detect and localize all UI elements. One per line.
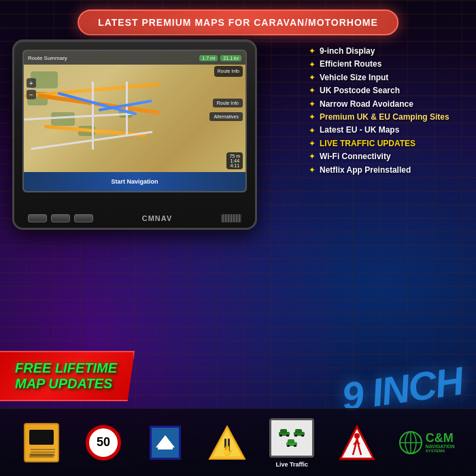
gps-speaker xyxy=(221,214,241,222)
gps-menu-icon xyxy=(21,422,62,463)
pedestrian-icon xyxy=(337,422,377,463)
zoom-controls[interactable]: + − xyxy=(27,78,36,101)
speed-value: 50 xyxy=(97,435,110,449)
car-icon xyxy=(278,428,290,437)
distance-display: 75 m xyxy=(229,154,240,158)
device-lines xyxy=(31,449,55,450)
tent-icon xyxy=(156,435,175,447)
features-list: ✦ 9-inch Display ✦ Efficient Routes ✦ Ve… xyxy=(309,46,465,178)
speed-time-box: 75 m 1:44 4:11 xyxy=(226,152,243,169)
feature-label: Efficient Routes xyxy=(320,59,381,69)
distance-badge2: 21.1 kv xyxy=(220,55,241,61)
gps-button-center[interactable] xyxy=(51,214,70,222)
star-icon: ✦ xyxy=(309,165,316,175)
star-icon: ✦ xyxy=(309,152,316,161)
feature-item: ✦ LIVE TRAFFIC UPDATES xyxy=(309,139,465,148)
cm-brand-text: C&M xyxy=(426,432,455,444)
device-bar xyxy=(29,454,54,458)
feature-label-highlight: Premium UK & EU Camping Sites xyxy=(320,112,449,122)
feature-item: ✦ Narrow Road Avoidance xyxy=(309,99,465,109)
feature-label: Narrow Road Avoidance xyxy=(320,99,413,109)
narrow-road-icon-item: ✋ xyxy=(207,422,248,463)
star-icon: ✦ xyxy=(309,99,316,109)
car-icon xyxy=(286,439,298,447)
star-icon: ✦ xyxy=(309,126,316,135)
device-icon-shape xyxy=(24,423,59,462)
cm-sub-text2: SYSTEMS xyxy=(426,449,455,453)
feature-label: Wi-Fi Connectivity xyxy=(320,152,391,161)
star-icon: ✦ xyxy=(309,46,316,56)
star-icon: ✦ xyxy=(309,73,316,82)
feature-item: ✦ Netflix App Preinstalled xyxy=(309,165,465,175)
lifetime-text: Free LifetimeMap Updates xyxy=(15,360,117,392)
traffic-sign-box xyxy=(269,418,314,458)
gps-device: Route Summary 1.7 mi 21.1 kv + − Route I… xyxy=(12,39,257,230)
map-header: Route Summary 1.7 mi 21.1 kv xyxy=(24,51,245,65)
gps-bottom-row: CMNAV xyxy=(14,214,255,222)
feature-label-live: LIVE TRAFFIC UPDATES xyxy=(320,139,415,148)
cm-text-block: C&M NAVIGATION SYSTEMS xyxy=(426,432,455,453)
globe-icon xyxy=(398,430,423,455)
camping-icon xyxy=(145,422,186,463)
gps-menu-icon-item xyxy=(21,422,62,463)
speed-limit-icon: 50 xyxy=(83,422,124,463)
live-traffic-icon xyxy=(268,418,316,458)
pedestrian-icon-item xyxy=(337,422,377,463)
feature-item: ✦ Premium UK & EU Camping Sites xyxy=(309,112,465,122)
gps-nav-buttons xyxy=(28,214,93,222)
map-header-text: Route Summary xyxy=(28,55,197,61)
zoom-in-button[interactable]: + xyxy=(27,78,36,88)
cm-nav-icon-item: C&M NAVIGATION SYSTEMS xyxy=(398,430,455,455)
speed-circle: 50 xyxy=(86,425,121,460)
star-icon: ✦ xyxy=(309,112,316,122)
pedestrian-warning-svg xyxy=(338,424,376,462)
traffic-car-row-bottom xyxy=(286,439,298,447)
start-nav-bar[interactable]: Start Navigation xyxy=(24,172,245,191)
time-display2: 4:11 xyxy=(229,163,240,168)
route-info-panel: Route Info xyxy=(214,66,243,77)
car-icon xyxy=(293,428,305,437)
feature-label: Netflix App Preinstalled xyxy=(320,165,411,175)
star-icon: ✦ xyxy=(309,139,316,148)
feature-label: UK Postcode Search xyxy=(320,86,400,95)
feature-item: ✦ Vehicle Size Input xyxy=(309,73,465,82)
traffic-car-row-top xyxy=(278,428,305,437)
top-banner: LATEST PREMIUM MAPS FOR CARAVAN/MOTORHOM… xyxy=(78,10,398,35)
map-road-v xyxy=(92,82,94,150)
zoom-out-button[interactable]: − xyxy=(27,90,36,99)
gps-button-left[interactable] xyxy=(28,214,47,222)
gps-screen: Route Summary 1.7 mi 21.1 kv + − Route I… xyxy=(22,50,247,192)
cm-nav-logo: C&M NAVIGATION SYSTEMS xyxy=(398,430,455,455)
distance-badge1: 1.7 mi xyxy=(199,55,218,61)
bottom-icons-row: 50 xyxy=(0,408,476,476)
gps-button-right[interactable] xyxy=(74,214,93,222)
feature-item: ✦ Efficient Routes xyxy=(309,59,465,69)
device-screen xyxy=(29,430,54,445)
live-traffic-label: Live Traffic xyxy=(275,461,308,468)
camping-sign-shape xyxy=(150,426,181,460)
alternatives-button[interactable]: Alternatives xyxy=(209,112,243,121)
lifetime-banner: Free LifetimeMap Updates xyxy=(0,351,135,401)
warning-triangle-svg: ✋ xyxy=(208,424,246,462)
feature-label: Vehicle Size Input xyxy=(320,73,388,82)
map-green-area xyxy=(51,112,75,126)
banner-title: LATEST PREMIUM MAPS FOR CARAVAN/MOTORHOM… xyxy=(98,17,378,28)
feature-item: ✦ 9-inch Display xyxy=(309,46,465,56)
svg-rect-10 xyxy=(295,429,302,433)
tent-wrapper xyxy=(156,435,175,449)
svg-rect-14 xyxy=(288,439,294,443)
svg-text:✋: ✋ xyxy=(221,445,233,456)
feature-item: ✦ Latest EU - UK Maps xyxy=(309,125,465,135)
route-info-button[interactable]: Route Info xyxy=(213,99,243,107)
route-info-label: Route Info xyxy=(218,68,239,75)
feature-label: 9-inch Display xyxy=(320,46,375,56)
start-nav-label: Start Navigation xyxy=(111,178,158,185)
speed-limit-icon-item: 50 xyxy=(83,422,124,463)
feature-label: Latest EU - UK Maps xyxy=(320,125,399,135)
gps-brand-label: CMNAV xyxy=(142,214,173,222)
svg-rect-6 xyxy=(280,429,287,433)
live-traffic-icon-item: Live Traffic xyxy=(268,418,316,468)
warning-triangle-wrap: ✋ xyxy=(208,424,246,462)
svg-point-19 xyxy=(354,433,360,439)
page-content: LATEST PREMIUM MAPS FOR CARAVAN/MOTORHOM… xyxy=(0,0,476,476)
